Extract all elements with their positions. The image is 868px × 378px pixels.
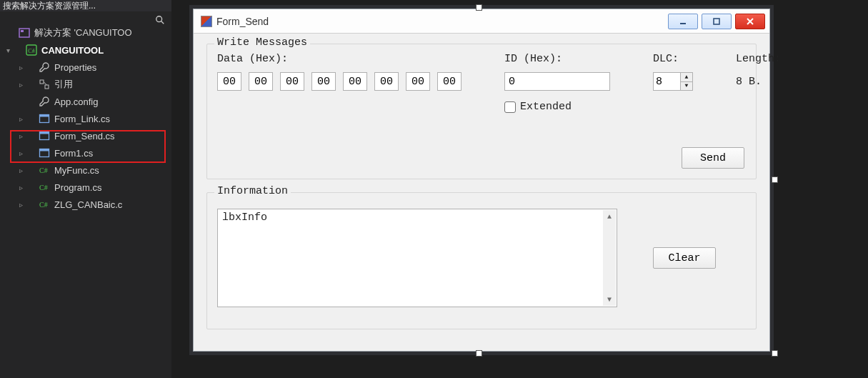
dlc-down-button[interactable]: ▼ — [681, 82, 692, 91]
search-icon[interactable] — [153, 13, 167, 27]
tree-item-label: MyFunc.cs — [54, 165, 99, 176]
svg-rect-19 — [714, 19, 719, 24]
cs-icon: C# — [37, 180, 51, 194]
send-button[interactable]: Send — [682, 147, 744, 169]
window-titlebar[interactable]: Form_Send — [194, 9, 769, 34]
data-byte-2[interactable] — [280, 72, 304, 91]
listbox-scrollbar[interactable]: ▲ ▼ — [603, 210, 616, 306]
solution-node[interactable]: 解决方案 'CANGUITOO — [0, 24, 171, 41]
chevron-down-icon[interactable]: ▾ — [3, 45, 13, 55]
tree-item-form1-cs[interactable]: ▹Form1.cs — [0, 144, 171, 161]
selection-handle-corner[interactable] — [772, 350, 778, 357]
info-listbox[interactable]: lbxInfo ▲ ▼ — [217, 209, 617, 307]
label-length: Length: — [736, 53, 781, 65]
app-icon — [201, 16, 212, 27]
svg-text:C#: C# — [39, 201, 48, 209]
form-icon — [37, 129, 51, 143]
tree-item-program-cs[interactable]: ▹C#Program.cs — [0, 179, 171, 196]
dlc-input[interactable] — [653, 72, 680, 91]
data-byte-0[interactable] — [217, 72, 241, 91]
chevron-right-icon[interactable]: ▹ — [16, 131, 26, 141]
tree-item-label: Form1.cs — [54, 148, 93, 159]
svg-text:C#: C# — [28, 48, 34, 54]
data-byte-row — [217, 72, 462, 91]
chevron-right-icon[interactable]: ▹ — [16, 79, 26, 89]
clear-button[interactable]: Clear — [653, 247, 716, 269]
data-byte-5[interactable] — [374, 72, 399, 91]
data-byte-6[interactable] — [406, 72, 430, 91]
close-button[interactable] — [735, 14, 765, 29]
group-write-messages: Write Messages Data (Hex): ID (Hex): Ext… — [206, 44, 757, 179]
label-data-hex: Data (Hex): — [217, 53, 462, 65]
svg-line-8 — [44, 82, 47, 86]
form-icon — [37, 111, 51, 126]
wrench-icon — [37, 94, 51, 109]
search-solution-bar[interactable]: 搜索解决方案资源管理... — [0, 0, 171, 11]
group-information: Information lbxInfo ▲ ▼ Clear — [206, 192, 757, 329]
tree-item-label: 引用 — [54, 78, 73, 91]
svg-line-1 — [161, 21, 164, 24]
tree-item-label: Form_Send.cs — [54, 131, 115, 141]
tree-item-label: Properties — [54, 62, 96, 73]
form-designer-surface: Form_Send Write Messages — [171, 0, 868, 378]
data-byte-7[interactable] — [437, 72, 462, 91]
dlc-up-button[interactable]: ▲ — [681, 73, 692, 82]
svg-rect-3 — [21, 30, 24, 32]
data-byte-1[interactable] — [249, 72, 273, 91]
id-input[interactable] — [504, 72, 610, 91]
maximize-button[interactable] — [702, 14, 732, 29]
tree-item-app-config[interactable]: App.config — [0, 93, 171, 110]
chevron-right-icon[interactable]: ▹ — [16, 114, 26, 124]
minimize-button[interactable] — [668, 14, 698, 29]
svg-text:C#: C# — [39, 184, 48, 192]
tree-item-properties[interactable]: ▹Properties — [0, 59, 171, 76]
selection-handle-top[interactable] — [476, 4, 482, 11]
tree-item-form-link-cs[interactable]: ▹Form_Link.cs — [0, 110, 171, 127]
chevron-right-icon[interactable]: ▹ — [16, 199, 26, 209]
data-byte-4[interactable] — [343, 72, 367, 91]
scroll-down-button[interactable]: ▼ — [603, 293, 616, 306]
tree-item--[interactable]: ▹引用 — [0, 76, 171, 93]
svg-rect-14 — [40, 149, 49, 151]
tree-item-myfunc-cs[interactable]: ▹C#MyFunc.cs — [0, 161, 171, 179]
group-write-label: Write Messages — [214, 36, 310, 49]
form-icon — [37, 146, 51, 160]
chevron-right-icon[interactable]: ▹ — [16, 165, 26, 175]
extended-checkbox[interactable] — [504, 101, 516, 113]
listbox-placeholder: lbxInfo — [222, 212, 267, 224]
svg-rect-12 — [40, 132, 49, 134]
tree-item-label: Form_Link.cs — [54, 114, 110, 124]
data-byte-3[interactable] — [311, 72, 336, 91]
scroll-up-button[interactable]: ▲ — [603, 210, 616, 223]
form-send-window: Form_Send Write Messages — [193, 9, 770, 352]
project-node[interactable]: ▾ C# CANGUITOOL — [0, 41, 171, 59]
tree-item-form-send-cs[interactable]: ▹Form_Send.cs — [0, 127, 171, 144]
extended-label: Extended — [520, 101, 572, 113]
tree-item-label: ZLG_CANBaic.c — [54, 199, 122, 210]
window-title: Form_Send — [216, 16, 668, 27]
chevron-right-icon[interactable]: ▹ — [16, 148, 26, 158]
solution-explorer: 搜索解决方案资源管理... 解决方案 'CANGUITOO ▾ C# CANGU… — [0, 0, 171, 378]
ref-icon — [37, 77, 51, 91]
length-value: 8 B. — [736, 72, 781, 91]
selection-handle-right[interactable] — [772, 176, 778, 183]
chevron-right-icon[interactable]: ▹ — [16, 62, 26, 72]
svg-text:C#: C# — [39, 166, 48, 174]
svg-rect-2 — [19, 29, 29, 37]
tree-item-zlg-canbaic-c[interactable]: ▹C#ZLG_CANBaic.c — [0, 196, 171, 213]
chevron-right-icon[interactable]: ▹ — [16, 182, 26, 192]
solution-icon — [17, 26, 31, 40]
svg-rect-10 — [40, 115, 49, 117]
selection-handle-bottom[interactable] — [476, 350, 482, 357]
label-id-hex: ID (Hex): — [504, 53, 610, 65]
cs-icon: C# — [37, 197, 51, 212]
wrench-icon — [37, 60, 51, 74]
dlc-stepper[interactable]: ▲ ▼ — [653, 72, 693, 91]
form-body: Write Messages Data (Hex): ID (Hex): Ext… — [194, 34, 769, 352]
solution-tree: 解决方案 'CANGUITOO ▾ C# CANGUITOOL ▹Propert… — [0, 11, 171, 213]
tree-item-label: App.config — [54, 96, 98, 107]
label-dlc: DLC: — [653, 53, 693, 65]
solution-label: 解决方案 'CANGUITOO — [34, 26, 132, 39]
group-info-label: Information — [214, 185, 291, 197]
cs-icon: C# — [37, 163, 51, 177]
